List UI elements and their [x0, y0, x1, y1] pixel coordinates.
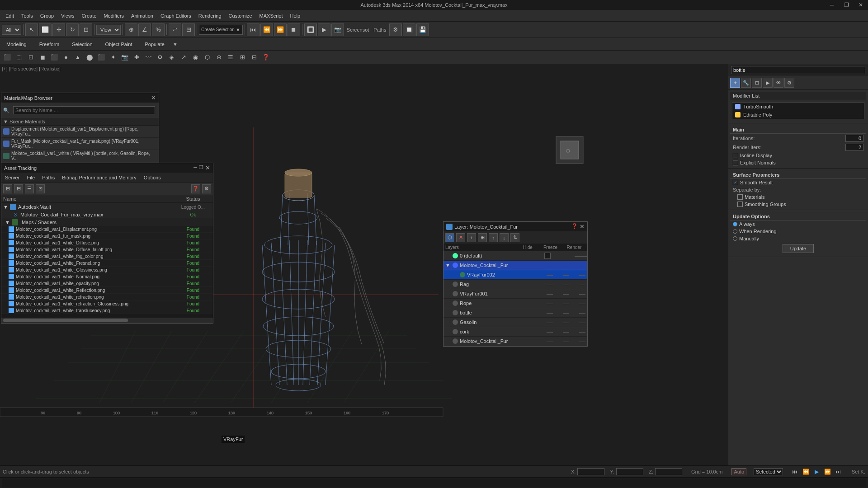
layer-row-vrayfur002[interactable]: VRayFur002 — — —	[443, 270, 587, 280]
z-input[interactable]	[655, 468, 682, 475]
layer-btn-6[interactable]: ↓	[500, 233, 509, 242]
screenshot-btn[interactable]: 📷	[331, 23, 344, 36]
layer-btn-1[interactable]: ⬡	[445, 233, 454, 242]
menu-maxscript[interactable]: MAXScript	[256, 12, 287, 19]
layer-question[interactable]: ❓	[571, 223, 578, 230]
asset-file-7[interactable]: Molotov_cocktail_var1_white_Normal.png F…	[1, 273, 213, 280]
menu-edit[interactable]: Edit	[2, 12, 18, 19]
prev-frame[interactable]: ⏪	[260, 23, 273, 36]
layer-btn-add[interactable]: +	[467, 233, 476, 242]
asset-file-6[interactable]: Molotov_cocktail_var1_white_Glossiness.p…	[1, 267, 213, 273]
camera-btn[interactable]: 📷	[119, 52, 130, 63]
asset-menu-server[interactable]: Server	[3, 175, 21, 180]
asset-file-11[interactable]: Molotov_cocktail_var1_white_refraction_G…	[1, 300, 213, 307]
extra-btn3[interactable]: 💾	[416, 23, 429, 36]
main-file-row[interactable]: 3 Molotov_Cocktail_Fur_max_vray.max Ok	[1, 211, 213, 219]
vault-row[interactable]: ▼ Autodesk Vault Logged O...	[1, 203, 213, 211]
populate-dropdown[interactable]: ▼	[173, 42, 178, 47]
menu-create[interactable]: Create	[78, 12, 100, 19]
menu-tools[interactable]: Tools	[18, 12, 37, 19]
render-btn[interactable]: ▶	[318, 23, 330, 36]
play-anim[interactable]: ⏮	[247, 23, 259, 36]
misc-btn5[interactable]: ⊞	[237, 52, 248, 63]
tab-freeform[interactable]: Freeform	[35, 41, 64, 48]
layer-row-cocktail-fur-2[interactable]: Molotov_Cocktail_Fur — — —	[443, 337, 587, 346]
close-button[interactable]: ✕	[854, 0, 868, 10]
asset-icon-grid2[interactable]: ⊟	[14, 184, 23, 193]
asset-icon-grid4[interactable]: ⊡	[36, 184, 45, 193]
misc-btn7[interactable]: ❓	[260, 52, 271, 63]
create-selection-dropdown[interactable]: ▼	[236, 27, 241, 33]
misc-btn4[interactable]: ☰	[225, 52, 236, 63]
asset-file-4[interactable]: Molotov_cocktail_var1_white_fog_color.pn…	[1, 253, 213, 260]
layer-btn-7[interactable]: ⇅	[510, 233, 519, 242]
tab-populate[interactable]: Populate	[140, 41, 169, 48]
asset-file-12[interactable]: Molotov_cocktail_var1_white_translucency…	[1, 307, 213, 314]
asset-menu-file[interactable]: File	[25, 175, 37, 180]
misc-btn1[interactable]: ◉	[190, 52, 201, 63]
asset-scrollbar[interactable]	[3, 319, 211, 322]
smooth-result-checkbox[interactable]	[733, 180, 738, 185]
menu-graph-editors[interactable]: Graph Editors	[157, 12, 195, 19]
object-name-input[interactable]	[731, 66, 865, 74]
menu-views[interactable]: Views	[57, 12, 78, 19]
explicit-normals-checkbox[interactable]	[733, 160, 738, 165]
utilities-panel-icon[interactable]: ⚙	[784, 78, 794, 88]
next-frame[interactable]: ⏩	[274, 23, 287, 36]
motion-panel-icon[interactable]: ▶	[763, 78, 773, 88]
menu-rendering[interactable]: Rendering	[195, 12, 225, 19]
layer-row-cork[interactable]: cork — — —	[443, 327, 587, 337]
asset-file-10[interactable]: Molotov_cocktail_var1_white_refraction.p…	[1, 294, 213, 300]
misc-btn6[interactable]: ⊟	[249, 52, 259, 63]
cylinder-btn[interactable]: ⬤	[84, 52, 95, 63]
layer-btn-5[interactable]: ↑	[489, 233, 498, 242]
border-mode[interactable]: ⊡	[25, 52, 36, 63]
box-btn[interactable]: ⬛	[96, 52, 107, 63]
restore-button[interactable]: ❐	[839, 0, 854, 10]
helper-btn[interactable]: ✚	[131, 52, 142, 63]
display-panel-icon[interactable]: 👁	[774, 78, 783, 88]
asset-file-8[interactable]: Molotov_cocktail_var1_white_opacity.png …	[1, 280, 213, 287]
stop-anim[interactable]: ⏹	[288, 23, 300, 36]
asset-settings[interactable]: ⚙	[202, 184, 211, 193]
asset-menu-options[interactable]: Options	[142, 175, 163, 180]
mat-item-1[interactable]: Fur_Mask (Molotov_cocktail_var1_fur_mask…	[1, 138, 159, 150]
render-iters-value[interactable]: 2	[845, 144, 863, 151]
asset-file-3[interactable]: Molotov_cocktail_var1_white_Diffuse_fall…	[1, 246, 213, 253]
timeline-track[interactable]	[2, 479, 866, 488]
tab-selection[interactable]: Selection	[67, 41, 97, 48]
asset-help[interactable]: ❓	[191, 184, 200, 193]
create-panel-icon[interactable]: ✦	[730, 78, 740, 88]
tab-object-paint[interactable]: Object Paint	[101, 41, 137, 48]
asset-file-5[interactable]: Molotov_cocktail_var1_white_Fresnel.png …	[1, 260, 213, 267]
select-tool[interactable]: ↖	[25, 23, 38, 36]
anim-play[interactable]: ▶	[812, 467, 821, 476]
update-button[interactable]: Update	[783, 244, 814, 253]
misc-btn2[interactable]: ⬡	[202, 52, 212, 63]
filter-select[interactable]: All	[2, 25, 21, 35]
asset-icon-grid1[interactable]: ⊞	[3, 184, 12, 193]
rotate-tool[interactable]: ↻	[66, 23, 79, 36]
x-input[interactable]	[577, 468, 604, 475]
space-warp[interactable]: 〰	[143, 52, 154, 63]
cone-btn[interactable]: ▲	[72, 52, 83, 63]
layer-row-bottle[interactable]: bottle — — —	[443, 308, 587, 318]
extra-btn1[interactable]: ⚙	[389, 23, 402, 36]
extra-btn2[interactable]: 🔲	[403, 23, 415, 36]
layer-hide-cb-default[interactable]	[544, 253, 551, 259]
asset-close[interactable]: ✕	[205, 164, 210, 171]
layer-row-rag[interactable]: Rag — — —	[443, 280, 587, 289]
menu-modifiers[interactable]: Modifiers	[100, 12, 127, 19]
anim-end[interactable]: ⏭	[834, 467, 843, 476]
anim-next[interactable]: ⏩	[823, 467, 832, 476]
layer-btn-4[interactable]: ⊞	[478, 233, 487, 242]
region-select[interactable]: ⬜	[39, 23, 52, 36]
asset-menu-paths[interactable]: Paths	[40, 175, 57, 180]
layer-row-rope[interactable]: Rope — — —	[443, 299, 587, 308]
asset-file-1[interactable]: Molotov_cocktail_var1_fur_mask.png Found	[1, 233, 213, 239]
percent-snap[interactable]: %	[152, 23, 165, 36]
y-input[interactable]	[616, 468, 643, 475]
system-btn[interactable]: ⚙	[155, 52, 165, 63]
hierarchy-panel-icon[interactable]: ⊞	[752, 78, 762, 88]
scale-tool[interactable]: ⊡	[80, 23, 92, 36]
